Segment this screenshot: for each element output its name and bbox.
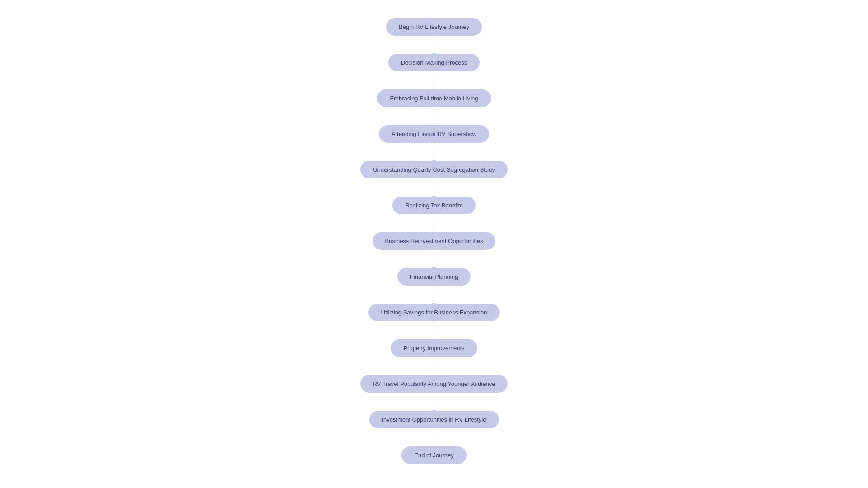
node-6[interactable]: Realizing Tax Benefits [392, 197, 476, 214]
connector-11 [434, 393, 434, 411]
node-11[interactable]: RV Travel Popularity Among Younger Audie… [360, 375, 508, 393]
node-8[interactable]: Financial Planning [397, 268, 471, 286]
node-10[interactable]: Property Improvements [391, 339, 477, 357]
connector-12 [434, 428, 434, 446]
node-12[interactable]: Investment Opportunities in RV Lifestyle [369, 411, 499, 428]
flowchart: Begin RV Lifestyle JourneyDecision-Makin… [360, 9, 508, 473]
node-2[interactable]: Decision-Making Process [388, 54, 480, 71]
node-7[interactable]: Business Reinvestment Opportunities [373, 232, 496, 250]
connector-4 [434, 143, 434, 161]
connector-5 [434, 178, 434, 197]
node-1[interactable]: Begin RV Lifestyle Journey [386, 18, 482, 36]
connector-2 [434, 71, 434, 89]
connector-6 [434, 214, 434, 232]
node-13[interactable]: End of Journey [401, 446, 466, 464]
node-3[interactable]: Embracing Full-time Mobile Living [377, 89, 491, 107]
connector-7 [434, 250, 434, 268]
connector-10 [434, 357, 434, 375]
connector-8 [434, 286, 434, 304]
node-5[interactable]: Understanding Quality Cost Segregation S… [360, 161, 508, 178]
connector-1 [434, 36, 434, 54]
connector-3 [434, 107, 434, 125]
node-4[interactable]: Attending Florida RV Supershow [379, 125, 489, 143]
connector-9 [434, 321, 434, 339]
node-9[interactable]: Utilizing Savings for Business Expansion [368, 304, 500, 321]
